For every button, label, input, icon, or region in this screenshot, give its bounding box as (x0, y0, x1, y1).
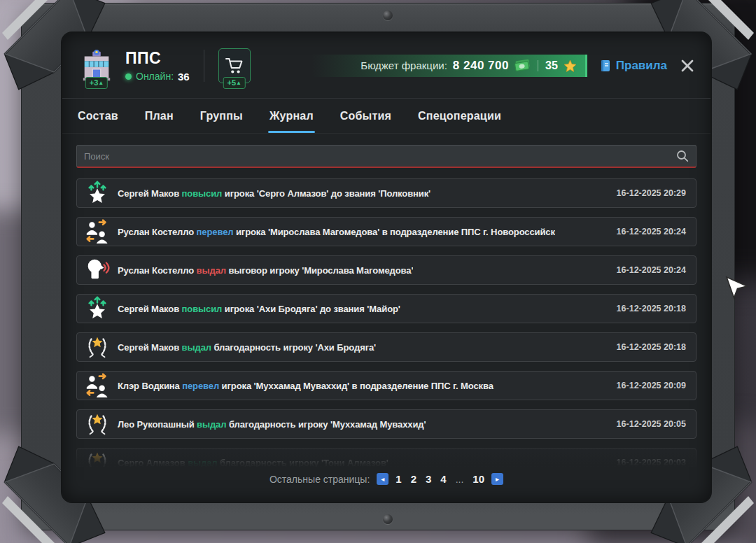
pagination-label: Остальные страницы: (270, 474, 370, 485)
tab-bar: Состав План Группы Журнал События Спецоп… (62, 99, 710, 134)
page-ellipsis: ... (456, 474, 464, 485)
log-actor: Сергей Маков (118, 188, 182, 199)
budget-label: Бюджет фракции: (360, 59, 447, 71)
log-entry-text: Сергей Маков выдал благодарность игроку … (118, 342, 376, 353)
online-dot (125, 73, 132, 80)
header-divider (204, 50, 204, 82)
tab-plan[interactable]: План (145, 99, 174, 133)
log-entry-row: Лео Рукопашный выдал благодарность игрок… (76, 409, 696, 439)
online-count: 36 (178, 71, 190, 83)
tab-spetsoperatsii[interactable]: Спецоперации (418, 99, 501, 133)
log-actor: Руслан Костелло (118, 265, 197, 276)
tab-gruppy[interactable]: Группы (200, 99, 243, 133)
stars-count: 35 (545, 59, 558, 72)
log-action: перевел (197, 227, 234, 237)
log-actor: Серго Алмазов (118, 458, 188, 467)
log-timestamp: 16-12-2025 20:24 (608, 265, 686, 275)
log-details: игрока 'Серго Алмазов' до звания 'Полков… (222, 188, 430, 199)
log-entry-text: Клэр Водкина перевел игрока 'Муххамад Му… (118, 381, 493, 391)
log-actor: Руслан Костелло (118, 227, 197, 237)
log-entry-text: Сергей Маков повысил игрока 'Ахи Бродяга… (118, 304, 400, 314)
faction-building-button[interactable]: +3▲ (78, 48, 115, 83)
online-label: Онлайн: (136, 71, 174, 82)
page-3[interactable]: 3 (426, 473, 431, 485)
log-entry-text: Руслан Костелло выдал выговор игроку 'Ми… (118, 265, 413, 276)
faction-panel: +3▲ ППС Онлайн: 36 +5 (61, 31, 712, 503)
log-action: повысил (182, 304, 223, 314)
log-entry-row: Руслан Костелло выдал выговор игроку 'Ми… (76, 255, 696, 285)
log-action: выдал (197, 419, 226, 430)
log-timestamp: 16-12-2025 20:05 (608, 419, 686, 429)
star-icon (564, 59, 577, 72)
log-timestamp: 16-12-2025 20:18 (608, 304, 686, 313)
search-bar (76, 145, 696, 168)
close-button[interactable] (680, 58, 695, 73)
promotion-icon (81, 179, 113, 207)
tab-zhurnal[interactable]: Журнал (270, 99, 314, 133)
rules-label: Правила (616, 59, 667, 73)
log-actor: Сергей Маков (118, 342, 182, 353)
log-entry-row: Клэр Водкина перевел игрока 'Муххамад Му… (76, 371, 696, 400)
log-timestamp: 16-12-2025 20:18 (608, 342, 686, 352)
tablet-frame: +3▲ ППС Онлайн: 36 +5 (21, 3, 735, 530)
log-details: игрока 'Ахи Бродяга' до звания 'Майор' (222, 304, 400, 314)
log-actor: Сергей Маков (118, 304, 182, 314)
page-last[interactable]: 10 (472, 473, 484, 485)
cart-icon (225, 57, 244, 75)
frame-screw-top (383, 10, 393, 20)
log-action: выдал (182, 342, 211, 353)
notebook-icon (600, 59, 611, 72)
log-details: игрока 'Муххамад Муваххид' в подразделен… (219, 381, 493, 391)
shop-upgrade-badge: +5▲ (223, 77, 245, 89)
budget-amount: 8 240 700 (453, 59, 509, 73)
log-timestamp: 16-12-2025 20:24 (608, 227, 686, 237)
faction-budget: Бюджет фракции: 8 240 700 35 (312, 55, 587, 77)
budget-separator (538, 60, 538, 71)
log-entry-row: Сергей Маков повысил игрока 'Ахи Бродяга… (76, 294, 696, 323)
shop-button-wrap: +5▲ (218, 48, 251, 83)
log-action: выдал (197, 265, 226, 276)
page-4[interactable]: 4 (440, 473, 446, 485)
log-details: игрока 'Мирослава Магомедова' в подразде… (233, 227, 554, 237)
log-details: благодарность игроку 'Муххамад Муваххид' (226, 419, 426, 430)
page-2[interactable]: 2 (411, 473, 416, 485)
log-timestamp: 16-12-2025 20:29 (608, 188, 686, 198)
page-numbers: 1 2 3 4 ... 10 (396, 473, 484, 485)
log-details: благодарность игроку 'Тони Алмазов' (217, 458, 388, 467)
log-entry-text: Лео Рукопашный выдал благодарность игрок… (118, 419, 426, 430)
prev-page-button[interactable]: ◂ (377, 473, 388, 485)
log-entry-text: Руслан Костелло перевел игрока 'Мирослав… (118, 227, 555, 237)
log-actor: Лео Рукопашный (118, 419, 197, 430)
commendation-icon (81, 333, 113, 361)
faction-upgrade-badge: +3▲ (85, 77, 108, 89)
tab-sostav[interactable]: Состав (78, 99, 118, 133)
online-status: Онлайн: 36 (125, 71, 190, 83)
log-action: выдал (188, 458, 217, 467)
log-entry-text: Серго Алмазов выдал благодарность игроку… (118, 458, 388, 467)
log-timestamp: 16-12-2025 20:03 (608, 458, 686, 467)
commendation-icon (81, 410, 113, 438)
frame-screw-bottom (383, 514, 393, 524)
log-details: выговор игроку 'Мирослава Магомедова' (226, 265, 413, 276)
log-actor: Клэр Водкина (118, 381, 182, 391)
promotion-icon (81, 295, 113, 323)
page-1[interactable]: 1 (396, 473, 401, 485)
log-entry-row: Сергей Маков выдал благодарность игроку … (76, 332, 696, 362)
transfer-icon (81, 372, 113, 400)
transfer-icon (81, 218, 113, 246)
close-icon (680, 58, 695, 73)
log-action: повысил (182, 188, 223, 199)
rules-link[interactable]: Правила (600, 59, 667, 73)
log-entry-row: Руслан Костелло перевел игрока 'Мирослав… (76, 217, 696, 246)
reprimand-icon (81, 256, 113, 284)
log-action: перевел (182, 381, 219, 391)
search-icon[interactable] (676, 150, 689, 162)
next-page-button[interactable]: ▸ (491, 473, 503, 485)
tab-sobytiya[interactable]: События (340, 99, 391, 133)
faction-name: ППС (125, 49, 190, 68)
log-details: благодарность игроку 'Ахи Бродяга' (211, 342, 376, 353)
panel-header: +3▲ ППС Онлайн: 36 +5 (62, 33, 710, 99)
log-list: Сергей Маков повысил игрока 'Серго Алмаз… (76, 178, 696, 467)
search-input[interactable] (84, 151, 676, 162)
log-entry-row: Серго Алмазов выдал благодарность игроку… (76, 448, 696, 467)
